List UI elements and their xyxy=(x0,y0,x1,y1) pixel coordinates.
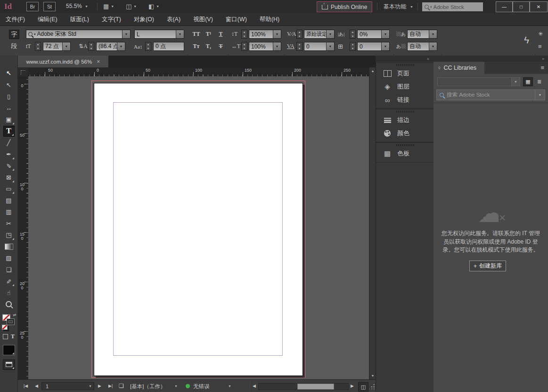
list-view-button[interactable]: ≣ xyxy=(534,77,544,86)
dropdown-arrow-icon[interactable]: ▼ xyxy=(429,30,437,38)
document-page[interactable] xyxy=(94,83,303,376)
resize-grip[interactable] xyxy=(369,384,375,389)
page-number-field[interactable]: 1 ▼ xyxy=(41,382,94,390)
menu-item-8[interactable]: 窗口(W) xyxy=(226,16,247,24)
dropdown-arrow-icon[interactable]: ▼ xyxy=(117,42,125,50)
expand-panels-icon[interactable]: » xyxy=(542,57,544,61)
grid-okuri-combo[interactable]: 自动 ▼ xyxy=(407,42,437,51)
cc-search-input[interactable]: 搜索 Adobe Stock ▼ xyxy=(436,90,545,100)
menu-item-2[interactable]: 编辑(E) xyxy=(38,16,57,24)
menu-item-6[interactable]: 表(A) xyxy=(167,16,180,24)
bridge-button[interactable]: Br xyxy=(26,2,39,11)
scrollbar-thumb[interactable] xyxy=(297,384,334,390)
formatting-affects-text-button[interactable]: T xyxy=(11,333,15,340)
library-select-combo[interactable]: ▼ xyxy=(437,77,520,86)
vertical-scale-combo[interactable]: 100% ▼ xyxy=(249,30,281,39)
grid-jidori-combo[interactable]: 自动 ▼ xyxy=(407,30,437,39)
panel-tab-swatches[interactable]: ▦色板 xyxy=(376,147,434,160)
zoom-level-dropdown[interactable]: 55.5% ▼ xyxy=(66,3,88,9)
selection-tool[interactable]: ↖ xyxy=(3,68,15,79)
horizontal-scale-stepper[interactable]: ▲▼ xyxy=(241,42,247,51)
arrange-documents-button[interactable]: ◧ ▼ xyxy=(148,3,159,10)
stock-button[interactable]: St xyxy=(43,2,56,11)
dropdown-arrow-icon[interactable]: ▼ xyxy=(535,90,545,100)
menu-item-9[interactable]: 帮助(H) xyxy=(260,16,279,24)
gear-icon[interactable]: ✳ xyxy=(538,31,543,37)
group-grip[interactable] xyxy=(396,144,414,146)
dropdown-arrow-icon[interactable]: ▼ xyxy=(326,42,334,50)
maximize-button[interactable]: □ xyxy=(513,1,530,12)
pencil-tool[interactable]: ✎ xyxy=(3,160,15,171)
tracking-combo[interactable]: 0 ▼ xyxy=(304,42,335,51)
dropdown-arrow-icon[interactable]: ▼ xyxy=(273,42,281,50)
swap-fill-stroke-icon[interactable]: ⇄ xyxy=(13,313,16,317)
tab-close-icon[interactable]: × xyxy=(97,58,100,65)
content-collector-tool[interactable]: ▣ xyxy=(3,114,15,125)
group-grip[interactable] xyxy=(396,64,414,66)
next-page-button[interactable]: ▶ xyxy=(98,384,101,388)
aki-stepper[interactable]: ▲▼ xyxy=(350,42,356,51)
vertical-scale-stepper[interactable]: ▲▼ xyxy=(241,30,247,39)
scroll-down-button[interactable]: ▼ xyxy=(369,372,376,379)
vertical-grid-tool[interactable]: ▥ xyxy=(3,206,15,217)
small-caps-button[interactable]: Tᴛ xyxy=(191,42,202,51)
character-formatting-button[interactable]: 字 xyxy=(9,30,19,39)
direct-selection-tool[interactable]: ↖ xyxy=(3,80,15,90)
tab-cc-libraries[interactable]: ◊ CC Libraries xyxy=(433,62,484,74)
panel-menu-icon[interactable]: ≡ xyxy=(538,43,542,50)
dropdown-arrow-icon[interactable]: ▼ xyxy=(326,30,334,38)
underline-button[interactable]: T xyxy=(215,30,226,39)
scroll-right-button[interactable]: ▶ xyxy=(351,384,354,388)
first-page-button[interactable]: |◀ xyxy=(24,384,28,388)
panel-tab-layers[interactable]: ◈图层 xyxy=(376,80,434,93)
apply-color-button[interactable] xyxy=(3,345,15,355)
all-caps-button[interactable]: TT xyxy=(191,30,202,39)
strikethrough-button[interactable]: T xyxy=(215,42,226,51)
type-style-combo[interactable]: L ▼ xyxy=(134,30,184,39)
grid-view-button[interactable]: ▦ xyxy=(523,77,533,86)
dropdown-arrow-icon[interactable]: ▼ xyxy=(381,42,389,50)
dropdown-arrow-icon[interactable]: ▼ xyxy=(122,30,130,38)
horizontal-ruler[interactable]: 50050100150200250 xyxy=(28,67,369,77)
font-size-stepper[interactable]: ▲▼ xyxy=(35,42,41,51)
dropdown-arrow-icon[interactable]: ▼ xyxy=(273,30,281,38)
gradient-feather-tool[interactable]: ▨ xyxy=(3,253,15,263)
screen-mode-menu-button[interactable]: ◫ ▼ xyxy=(126,3,137,10)
panel-tab-color[interactable]: 颜色 xyxy=(376,127,434,140)
quick-apply-icon[interactable]: ϟ xyxy=(524,34,529,46)
screen-mode-button[interactable] xyxy=(3,359,15,370)
view-options-button[interactable]: ▦ ▼ xyxy=(103,3,114,10)
dropdown-arrow-icon[interactable]: ▼ xyxy=(381,30,389,38)
adobe-stock-search-input[interactable]: ▾ Adobe Stock xyxy=(422,2,483,11)
frame-tool[interactable]: ⊠ xyxy=(3,172,15,183)
zoom-tool[interactable] xyxy=(3,299,15,310)
dropdown-arrow-icon[interactable]: ▼ xyxy=(429,42,437,50)
menu-item-1[interactable]: 文件(F) xyxy=(6,16,25,24)
pages-view-button[interactable]: ◫ xyxy=(358,382,368,392)
horizontal-scrollbar[interactable] xyxy=(258,383,349,390)
scroll-left-button[interactable]: ◀ xyxy=(253,384,256,388)
default-fill-stroke-icon[interactable] xyxy=(2,325,8,330)
dropdown-arrow-icon[interactable]: ▼ xyxy=(176,30,184,38)
paragraph-formatting-button[interactable]: 段 xyxy=(9,41,19,51)
panel-menu-icon[interactable]: ≡ xyxy=(540,64,544,71)
stroke-color-swatch[interactable] xyxy=(7,318,15,325)
leading-combo[interactable]: (86.4 点 ▼ xyxy=(96,42,125,51)
baseline-shift-field[interactable]: 0 点 xyxy=(153,42,184,51)
chevron-down-icon[interactable]: ▼ xyxy=(174,384,178,388)
formatting-affects-container-button[interactable] xyxy=(3,334,8,339)
horizontal-grid-tool[interactable]: ▤ xyxy=(3,195,15,206)
panel-tab-stroke[interactable]: 描边 xyxy=(376,114,434,127)
gap-tool[interactable]: ↔ xyxy=(3,103,15,114)
panel-tab-links[interactable]: ∞链接 xyxy=(376,93,434,106)
chevron-down-icon[interactable]: ▼ xyxy=(228,384,231,388)
pasteboard[interactable] xyxy=(28,76,369,379)
free-transform-tool[interactable]: ◳ xyxy=(3,229,15,240)
gradient-swatch-tool[interactable] xyxy=(3,241,15,252)
type-tool[interactable]: T xyxy=(3,126,15,137)
dropdown-arrow-icon[interactable]: ▼ xyxy=(511,78,520,86)
note-tool[interactable]: ❏ xyxy=(3,264,15,275)
scissors-tool[interactable]: ✂ xyxy=(3,218,15,229)
previous-page-button[interactable]: ◀ xyxy=(35,384,38,388)
menu-item-7[interactable]: 视图(V) xyxy=(193,16,213,24)
